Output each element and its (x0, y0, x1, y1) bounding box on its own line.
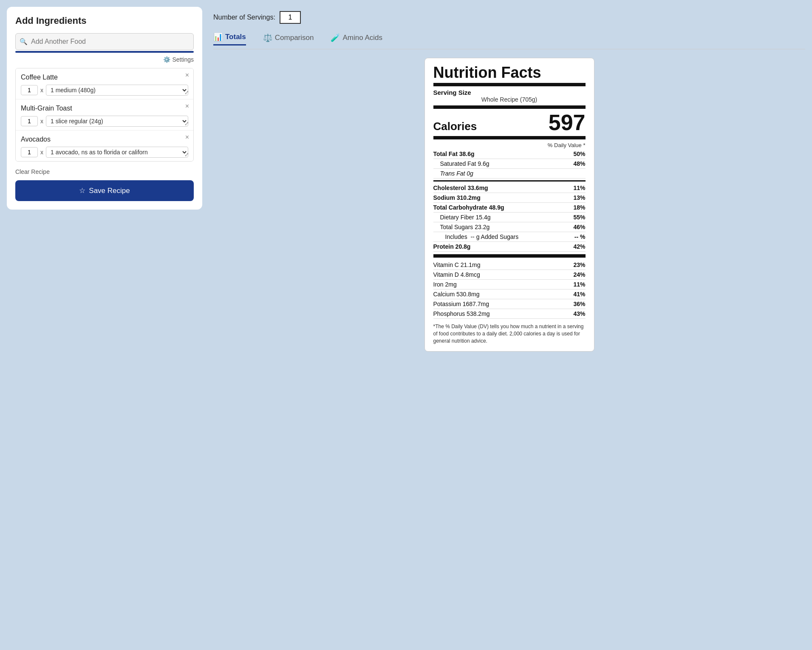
search-icon: 🔍 (20, 38, 28, 45)
dv-label: % Daily Value * (433, 142, 586, 148)
nutrient-name: Vitamin C 21.1mg (433, 261, 569, 268)
amino-icon: 🧪 (331, 33, 340, 43)
calories-label: Calories (433, 120, 477, 133)
nutrient-pct: 11% (569, 184, 586, 191)
search-input[interactable] (15, 33, 194, 50)
expand-button[interactable]: ⤢ (184, 89, 189, 96)
servings-input[interactable] (280, 11, 301, 24)
medium-divider (433, 180, 586, 182)
thick-divider-4 (433, 254, 586, 258)
nutrient-pct: 42% (569, 243, 586, 250)
nutrient-row: Vitamin C 21.1mg 23% (433, 260, 586, 270)
quantity-input[interactable] (21, 85, 38, 95)
settings-row[interactable]: ⚙️ Settings (15, 56, 194, 63)
nutrient-name: Includes -- g Added Sugars (445, 233, 569, 240)
nutrition-facts-title: Nutrition Facts (433, 65, 586, 80)
tab-totals[interactable]: 📊 Totals (213, 32, 246, 45)
nutrient-row: Sodium 310.2mg 13% (433, 193, 586, 203)
nutrient-name: Protein 20.8g (433, 243, 569, 250)
serving-size-label: Serving Size (433, 89, 586, 96)
nutrient-pct: 18% (569, 204, 586, 211)
nutrient-name: Total Carbohydrate 48.9g (433, 204, 569, 211)
totals-icon: 📊 (213, 32, 223, 42)
thick-divider-3 (433, 136, 586, 139)
nutrient-pct: 41% (569, 291, 586, 298)
nutrient-pct: 48% (569, 160, 586, 167)
tab-amino-acids[interactable]: 🧪 Amino Acids (331, 33, 382, 45)
search-underline (15, 51, 194, 53)
nutrient-name: Vitamin D 4.8mcg (433, 271, 569, 278)
remove-ingredient-button[interactable]: × (185, 103, 189, 110)
clear-recipe-button[interactable]: Clear Recipe (15, 168, 50, 175)
remove-ingredient-button[interactable]: × (185, 72, 189, 79)
ingredient-controls: x 1 slice regular (24g) (21, 116, 188, 127)
ingredient-controls: x 1 avocado, ns as to florida or califor… (21, 147, 188, 158)
remove-ingredient-button[interactable]: × (185, 134, 189, 141)
nutrient-pct: 43% (569, 310, 586, 317)
nutrient-row: Potassium 1687.7mg 36% (433, 299, 586, 309)
serving-select[interactable]: 1 medium (480g) (46, 85, 188, 96)
panel-title: Add Ingredients (15, 15, 194, 26)
ingredient-name: Multi-Grain Toast (21, 105, 188, 112)
nutrient-pct: 46% (569, 224, 586, 230)
tab-totals-label: Totals (225, 33, 246, 41)
expand-button[interactable]: ⤢ (184, 120, 189, 127)
nutrient-row: Calcium 530.8mg 41% (433, 290, 586, 299)
nutrient-name: Phosphorus 538.2mg (433, 310, 569, 317)
nutrient-name: Total Fat 38.6g (433, 150, 569, 157)
nutrient-row: Includes -- g Added Sugars -- % (433, 232, 586, 242)
star-icon: ☆ (79, 186, 85, 195)
nutrient-row: Dietary Fiber 15.4g 55% (433, 213, 586, 222)
nutrient-pct: -- % (569, 233, 586, 240)
expand-button[interactable]: ⤢ (184, 151, 189, 158)
nutrient-row: Iron 2mg 11% (433, 280, 586, 290)
thick-divider-2 (433, 105, 586, 109)
serving-select[interactable]: 1 slice regular (24g) (46, 116, 188, 127)
nutrient-pct: 13% (569, 194, 586, 201)
nutrient-row: Vitamin D 4.8mcg 24% (433, 270, 586, 280)
servings-row: Number of Servings: (213, 11, 805, 24)
nutrient-name: Potassium 1687.7mg (433, 301, 569, 307)
nutrient-pct: 23% (569, 261, 586, 268)
nutrient-row: Total Sugars 23.2g 46% (433, 222, 586, 232)
calories-value: 597 (549, 111, 586, 133)
nutrient-name: Trans Fat 0g (440, 170, 569, 177)
search-wrapper: 🔍 (15, 33, 194, 50)
right-panel: Number of Servings: 📊 Totals ⚖️ Comparis… (209, 7, 805, 643)
comparison-icon: ⚖️ (263, 33, 272, 43)
serving-select[interactable]: 1 avocado, ns as to florida or californ (46, 147, 188, 158)
nutrient-row: Protein 20.8g 42% (433, 242, 586, 252)
nutrient-name: Saturated Fat 9.6g (440, 160, 569, 167)
ingredient-controls: x 1 medium (480g) (21, 85, 188, 96)
multiplier-label: x (40, 149, 43, 156)
nutrition-footer: *The % Daily Value (DV) tells you how mu… (433, 323, 586, 344)
nutrient-row: Total Carbohydrate 48.9g 18% (433, 203, 586, 213)
tabs-row: 📊 Totals ⚖️ Comparison 🧪 Amino Acids (213, 32, 805, 49)
nutrient-row: Total Fat 38.6g 50% (433, 149, 586, 159)
calories-row: Calories 597 (433, 111, 586, 133)
nutrient-name: Dietary Fiber 15.4g (440, 214, 569, 221)
settings-icon: ⚙️ (163, 56, 170, 63)
thick-divider-1 (433, 83, 586, 86)
nutrient-name: Calcium 530.8mg (433, 291, 569, 298)
save-recipe-button[interactable]: ☆ Save Recipe (15, 180, 194, 201)
nutrient-pct: 11% (569, 281, 586, 288)
ingredient-item: × Coffee Latte x 1 medium (480g) ⤢ (16, 68, 193, 99)
nutrient-row: Trans Fat 0g (433, 169, 586, 179)
tab-amino-acids-label: Amino Acids (342, 34, 382, 42)
tab-comparison[interactable]: ⚖️ Comparison (263, 33, 314, 45)
quantity-input[interactable] (21, 147, 38, 157)
nutrient-pct: 36% (569, 301, 586, 307)
ingredient-item: × Multi-Grain Toast x 1 slice regular (2… (16, 99, 193, 131)
quantity-input[interactable] (21, 116, 38, 126)
ingredient-item: × Avocados x 1 avocado, ns as to florida… (16, 131, 193, 161)
nutrient-name: Total Sugars 23.2g (440, 224, 569, 230)
save-recipe-label: Save Recipe (89, 187, 130, 195)
ingredient-name: Avocados (21, 136, 188, 143)
servings-label: Number of Servings: (213, 14, 275, 21)
nutrient-pct: 55% (569, 214, 586, 221)
nutrient-row: Phosphorus 538.2mg 43% (433, 309, 586, 319)
nutrient-name: Cholesterol 33.6mg (433, 184, 569, 191)
ingredient-name: Coffee Latte (21, 74, 188, 81)
nutrition-facts-card: Nutrition Facts Serving Size Whole Recip… (424, 58, 594, 352)
